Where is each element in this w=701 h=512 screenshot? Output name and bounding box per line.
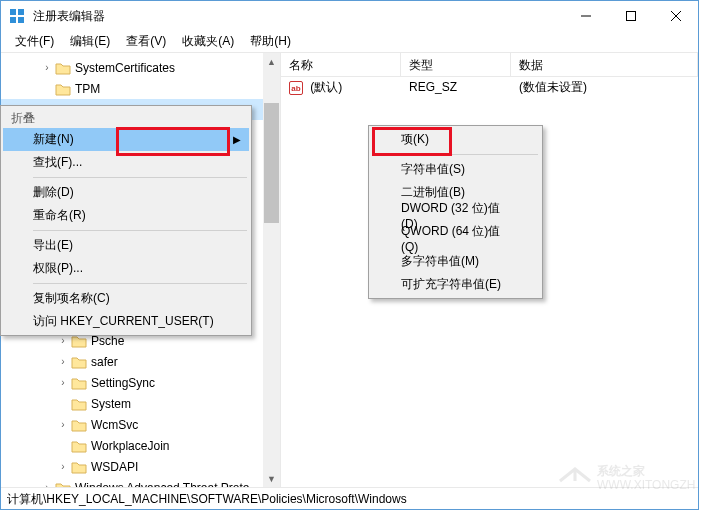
- menu-item-label: 重命名(R): [33, 207, 86, 224]
- minimize-button[interactable]: [563, 2, 608, 30]
- app-icon: [9, 8, 25, 24]
- menubar: 文件(F) 编辑(E) 查看(V) 收藏夹(A) 帮助(H): [1, 31, 698, 53]
- svg-rect-1: [18, 9, 24, 15]
- value-type: REG_SZ: [401, 80, 511, 94]
- menu-item-label: 删除(D): [33, 184, 74, 201]
- close-button[interactable]: [653, 2, 698, 30]
- tree-item-label: safer: [91, 355, 118, 369]
- col-data[interactable]: 数据: [511, 53, 698, 76]
- menu-item[interactable]: 复制项名称(C): [3, 287, 249, 310]
- list-header: 名称 类型 数据: [281, 53, 698, 77]
- menu-item[interactable]: 查找(F)...: [3, 151, 249, 174]
- menu-separator: [401, 154, 538, 155]
- menu-item[interactable]: 字符串值(S): [371, 158, 540, 181]
- value-name: (默认): [310, 80, 342, 94]
- menu-item-label: 多字符串值(M): [401, 253, 479, 270]
- tree-item[interactable]: ›WcmSvc: [1, 414, 280, 435]
- folder-icon: [55, 61, 71, 75]
- tree-item[interactable]: ›Windows Advanced Threat Prote: [1, 477, 280, 487]
- scroll-thumb[interactable]: [264, 103, 279, 223]
- menu-item-label: 查找(F)...: [33, 154, 82, 171]
- context-menu-title: 折叠: [3, 108, 249, 128]
- menu-item[interactable]: 新建(N)▶: [3, 128, 249, 151]
- tree-item-label: SettingSync: [91, 376, 155, 390]
- menu-help[interactable]: 帮助(H): [242, 31, 299, 52]
- maximize-button[interactable]: [608, 2, 653, 30]
- chevron-right-icon[interactable]: ›: [41, 62, 53, 73]
- list-item[interactable]: ab (默认) REG_SZ (数值未设置): [281, 77, 698, 97]
- scroll-down-icon[interactable]: ▼: [263, 470, 280, 487]
- menu-item[interactable]: QWORD (64 位)值(Q): [371, 227, 540, 250]
- tree-item-label: Windows Advanced Threat Prote: [75, 481, 250, 488]
- context-menu-tree: 折叠 新建(N)▶查找(F)...删除(D)重命名(R)导出(E)权限(P)..…: [0, 105, 252, 336]
- tree-item[interactable]: WorkplaceJoin: [1, 435, 280, 456]
- svg-rect-2: [10, 17, 16, 23]
- folder-icon: [71, 439, 87, 453]
- menu-item[interactable]: 多字符串值(M): [371, 250, 540, 273]
- tree-item[interactable]: ›WSDAPI: [1, 456, 280, 477]
- chevron-right-icon[interactable]: ›: [57, 377, 69, 388]
- menu-item[interactable]: 项(K): [371, 128, 540, 151]
- menu-item-label: 访问 HKEY_CURRENT_USER(T): [33, 313, 214, 330]
- tree-item[interactable]: System: [1, 393, 280, 414]
- tree-item-label: WSDAPI: [91, 460, 138, 474]
- context-submenu-new: 项(K)字符串值(S)二进制值(B)DWORD (32 位)值(D)QWORD …: [368, 125, 543, 299]
- menu-item[interactable]: 可扩充字符串值(E): [371, 273, 540, 296]
- chevron-right-icon[interactable]: ›: [57, 335, 69, 346]
- menu-edit[interactable]: 编辑(E): [62, 31, 118, 52]
- folder-icon: [71, 460, 87, 474]
- menu-item[interactable]: 导出(E): [3, 234, 249, 257]
- menu-separator: [33, 177, 247, 178]
- folder-icon: [55, 82, 71, 96]
- tree-item[interactable]: ›SettingSync: [1, 372, 280, 393]
- col-type[interactable]: 类型: [401, 53, 511, 76]
- menu-item[interactable]: 访问 HKEY_CURRENT_USER(T): [3, 310, 249, 333]
- menu-item-label: 导出(E): [33, 237, 73, 254]
- menu-item-label: 可扩充字符串值(E): [401, 276, 501, 293]
- svg-rect-0: [10, 9, 16, 15]
- tree-scrollbar[interactable]: ▲ ▼: [263, 53, 280, 487]
- folder-icon: [55, 481, 71, 488]
- menu-view[interactable]: 查看(V): [118, 31, 174, 52]
- svg-rect-5: [626, 12, 635, 21]
- menu-item-label: 新建(N): [33, 131, 74, 148]
- chevron-right-icon[interactable]: ›: [57, 461, 69, 472]
- tree-item[interactable]: TPM: [1, 78, 280, 99]
- folder-icon: [71, 376, 87, 390]
- window-title: 注册表编辑器: [33, 8, 563, 25]
- folder-icon: [71, 397, 87, 411]
- menu-item-label: 项(K): [401, 131, 429, 148]
- titlebar[interactable]: 注册表编辑器: [1, 1, 698, 31]
- tree-item[interactable]: ›safer: [1, 351, 280, 372]
- value-data: (数值未设置): [511, 79, 698, 96]
- menu-item[interactable]: 权限(P)...: [3, 257, 249, 280]
- col-name[interactable]: 名称: [281, 53, 401, 76]
- menu-separator: [33, 283, 247, 284]
- svg-rect-3: [18, 17, 24, 23]
- tree-item-label: System: [91, 397, 131, 411]
- submenu-arrow-icon: ▶: [233, 134, 241, 145]
- status-path: 计算机\HKEY_LOCAL_MACHINE\SOFTWARE\Policies…: [7, 492, 407, 506]
- chevron-right-icon[interactable]: ›: [41, 482, 53, 487]
- menu-item[interactable]: 重命名(R): [3, 204, 249, 227]
- tree-item-label: SystemCertificates: [75, 61, 175, 75]
- string-value-icon: ab: [289, 81, 303, 95]
- scroll-up-icon[interactable]: ▲: [263, 53, 280, 70]
- statusbar: 计算机\HKEY_LOCAL_MACHINE\SOFTWARE\Policies…: [1, 487, 698, 509]
- tree-item-label: TPM: [75, 82, 100, 96]
- tree-item-label: WcmSvc: [91, 418, 138, 432]
- menu-file[interactable]: 文件(F): [7, 31, 62, 52]
- menu-item-label: 字符串值(S): [401, 161, 465, 178]
- folder-icon: [71, 418, 87, 432]
- menu-item-label: 权限(P)...: [33, 260, 83, 277]
- menu-item-label: 复制项名称(C): [33, 290, 110, 307]
- menu-item-label: 二进制值(B): [401, 184, 465, 201]
- menu-favorites[interactable]: 收藏夹(A): [174, 31, 242, 52]
- menu-item[interactable]: 删除(D): [3, 181, 249, 204]
- chevron-right-icon[interactable]: ›: [57, 419, 69, 430]
- chevron-right-icon[interactable]: ›: [57, 356, 69, 367]
- tree-item-label: WorkplaceJoin: [91, 439, 169, 453]
- menu-separator: [33, 230, 247, 231]
- folder-icon: [71, 355, 87, 369]
- tree-item[interactable]: ›SystemCertificates: [1, 57, 280, 78]
